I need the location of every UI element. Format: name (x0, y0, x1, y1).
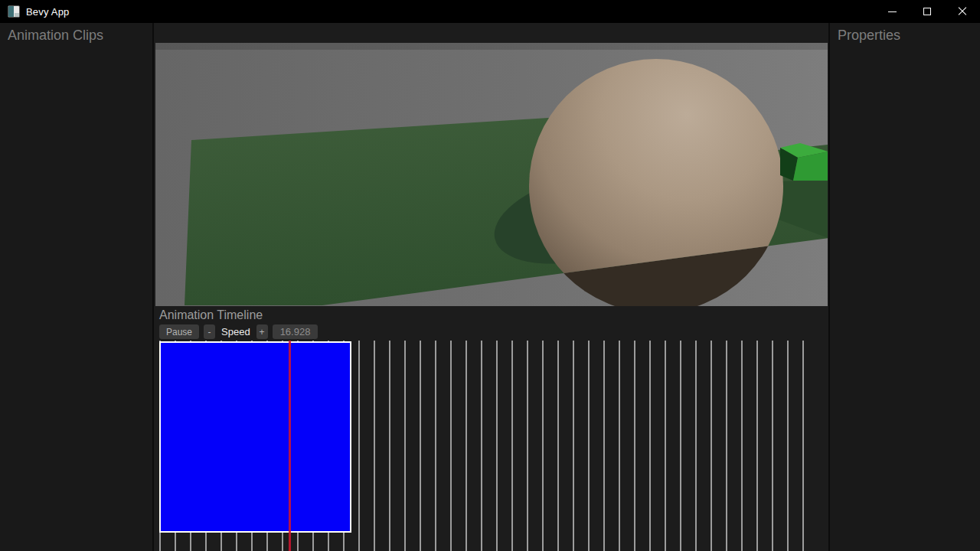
close-icon (958, 7, 967, 16)
timeline-tick (450, 341, 452, 551)
timeline-tick (603, 341, 605, 551)
timeline-tick (496, 341, 498, 551)
timeline-tick (634, 341, 635, 551)
properties-title: Properties (830, 23, 980, 48)
animation-clip-block[interactable] (159, 341, 351, 533)
timeline-tick (695, 341, 697, 551)
title-bar: Bevy App (0, 0, 980, 23)
central-area: Animation Timeline Pause - Speed + 16.92… (155, 23, 828, 551)
speed-increase-button[interactable]: + (256, 324, 268, 339)
properties-panel: Properties (828, 23, 980, 551)
timeline-tick (588, 341, 590, 551)
timeline-tick (802, 341, 804, 551)
timeline-tick (787, 341, 789, 551)
speed-label: Speed (220, 326, 252, 337)
timeline-tick (680, 341, 681, 551)
maximize-button[interactable] (910, 0, 945, 23)
timeline-tick (726, 341, 727, 551)
3d-viewport[interactable] (155, 43, 828, 306)
viewport-top-shade (155, 43, 828, 50)
timeline-tick (665, 341, 666, 551)
minimize-button[interactable] (874, 0, 910, 23)
speed-value[interactable]: 16.928 (273, 324, 318, 339)
timeline-tick (649, 341, 651, 551)
timeline-tick (481, 341, 482, 551)
timeline-track[interactable] (159, 341, 822, 551)
timeline-tick (619, 341, 620, 551)
timeline-tick (710, 341, 712, 551)
timeline-tick (772, 341, 773, 551)
timeline-toolbar: Pause - Speed + 16.928 (159, 324, 318, 339)
timeline-title: Animation Timeline (159, 308, 263, 322)
timeline-tick (435, 341, 436, 551)
timeline-tick (542, 341, 544, 551)
minimize-icon (888, 11, 897, 12)
timeline-tick (389, 341, 390, 551)
timeline-tick (420, 341, 421, 551)
timeline-tick (374, 341, 375, 551)
timeline-tick (404, 341, 406, 551)
pause-button[interactable]: Pause (159, 324, 199, 339)
timeline-tick (358, 341, 360, 551)
timeline-tick (741, 341, 743, 551)
animation-clips-title: Animation Clips (0, 23, 152, 48)
timeline-tick (756, 341, 758, 551)
bevy-app-icon (8, 5, 20, 18)
speed-decrease-button[interactable]: - (204, 324, 215, 339)
maximize-icon (923, 8, 931, 15)
app-window: Bevy App Animation Clips Properties (0, 0, 980, 551)
animation-clips-panel: Animation Clips (0, 23, 154, 551)
timeline-tick (527, 341, 528, 551)
timeline-tick (466, 341, 467, 551)
close-button[interactable] (945, 0, 980, 23)
timeline-tick (511, 341, 513, 551)
timeline-tick (573, 341, 574, 551)
window-title: Bevy App (26, 6, 70, 18)
playhead-marker[interactable] (289, 341, 291, 551)
window-controls (874, 0, 980, 23)
timeline-tick (557, 341, 559, 551)
